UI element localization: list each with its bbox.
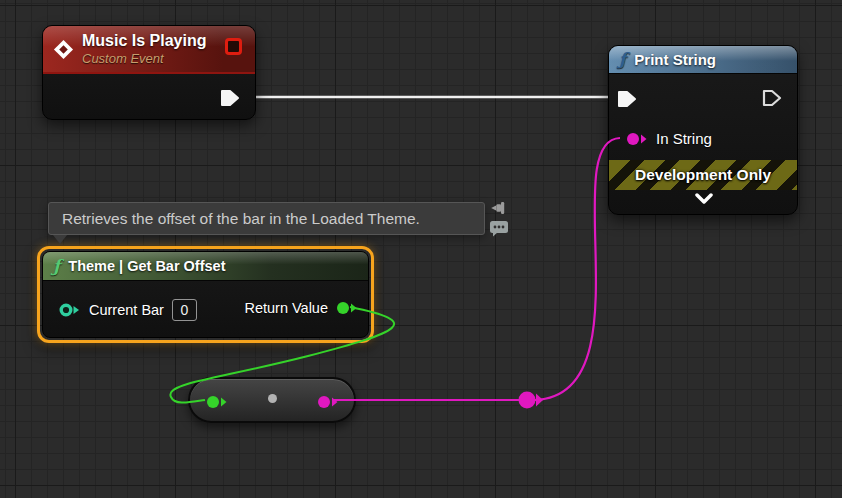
node-theme-get-bar-offset[interactable]: ƒ Theme | Get Bar Offset Current Bar Ret… — [42, 251, 369, 338]
exec-out-pin[interactable] — [761, 88, 783, 112]
node-music-is-playing[interactable]: Music Is Playing Custom Event — [42, 25, 256, 120]
reroute-pin-wedge — [536, 394, 543, 407]
in-string-pin[interactable] — [626, 131, 648, 147]
selection-outline: ƒ Theme | Get Bar Offset Current Bar Ret… — [37, 246, 374, 343]
conversion-out-pin[interactable] — [317, 394, 339, 414]
tooltip-tail — [53, 235, 67, 244]
theme-node-header: ƒ Theme | Get Bar Offset — [43, 252, 368, 281]
node-title: Theme | Get Bar Offset — [68, 258, 225, 274]
development-only-banner: Development Only — [609, 160, 797, 190]
in-string-pin-label: In String — [656, 130, 712, 147]
node-title: Print String — [634, 51, 716, 68]
print-node-header: ƒ Print String — [609, 46, 797, 74]
conversion-node[interactable] — [188, 377, 356, 423]
collapse-chevron-icon[interactable] — [694, 191, 714, 203]
event-badge-icon — [225, 38, 242, 55]
pushpin-icon[interactable] — [490, 200, 509, 220]
node-tooltip: Retrieves the offset of the bar in the L… — [48, 202, 485, 235]
comment-bubble-icon[interactable] — [489, 220, 509, 241]
node-print-string[interactable]: ƒ Print String In String Development Onl… — [608, 45, 798, 215]
reroute-pin[interactable] — [519, 392, 536, 409]
exec-in-pin[interactable] — [616, 89, 638, 113]
return-value-label: Return Value — [244, 300, 328, 316]
development-only-label: Development Only — [635, 166, 771, 184]
custom-event-icon — [53, 39, 74, 60]
music-node-header: Music Is Playing Custom Event — [43, 26, 255, 74]
current-bar-pin[interactable] — [59, 302, 81, 318]
return-value-pin[interactable] — [336, 300, 358, 316]
node-title: Music Is Playing — [82, 31, 206, 51]
conversion-in-pin[interactable] — [206, 394, 228, 414]
conversion-dot-icon — [268, 394, 277, 403]
current-bar-label: Current Bar — [89, 302, 164, 318]
tooltip-text: Retrieves the offset of the bar in the L… — [62, 210, 420, 228]
node-subtitle: Custom Event — [82, 51, 206, 67]
current-bar-input[interactable] — [172, 299, 197, 321]
blueprint-graph-canvas[interactable]: Music Is Playing Custom Event ƒ Print St… — [0, 0, 842, 498]
function-icon: ƒ — [619, 51, 626, 68]
exec-out-pin[interactable] — [219, 88, 241, 112]
function-icon: ƒ — [53, 258, 60, 275]
